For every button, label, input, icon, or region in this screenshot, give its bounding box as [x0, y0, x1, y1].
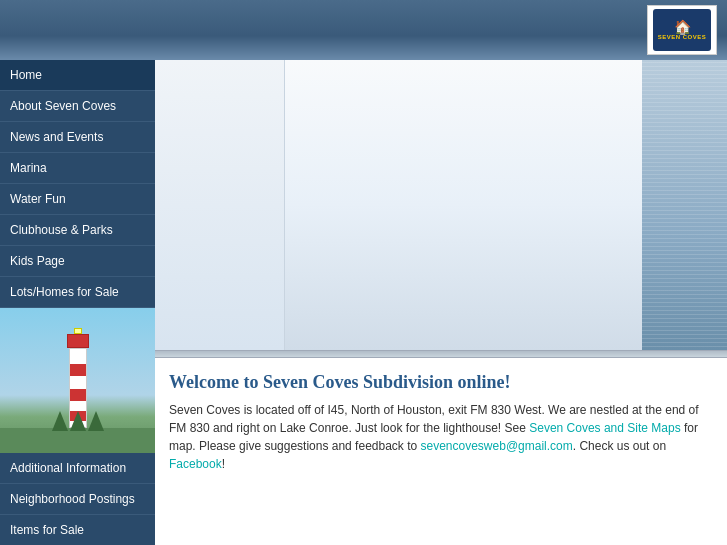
welcome-text-3: . Check us out on — [573, 439, 666, 453]
sidebar-item-lots[interactable]: Lots/Homes for Sale — [0, 277, 155, 308]
ground — [0, 428, 155, 453]
lh-band1 — [70, 364, 86, 376]
logo-box: 🏠 SEVEN COVES — [647, 5, 717, 55]
welcome-title: Welcome to Seven Coves Subdivision onlin… — [169, 372, 711, 393]
lighthouse-scene — [0, 308, 155, 453]
sidebar-bottom: Additional Information Neighborhood Post… — [0, 453, 155, 545]
welcome-text-4: ! — [222, 457, 225, 471]
lighthouse-top — [67, 334, 89, 348]
sidebar-item-neighborhood[interactable]: Neighborhood Postings — [0, 484, 155, 515]
sidebar-item-news[interactable]: News and Events — [0, 122, 155, 153]
sidebar-nav: Home About Seven Coves News and Events M… — [0, 60, 155, 308]
divider-bar — [155, 350, 727, 358]
sidebar-item-water-fun[interactable]: Water Fun — [0, 184, 155, 215]
water-texture — [642, 60, 727, 350]
sidebar-item-about[interactable]: About Seven Coves — [0, 91, 155, 122]
main-layout: Home About Seven Coves News and Events M… — [0, 60, 727, 545]
content-area: Welcome to Seven Coves Subdivision onlin… — [155, 60, 727, 545]
site-maps-link[interactable]: Seven Coves and Site Maps — [529, 421, 680, 435]
tree-3 — [88, 411, 104, 431]
logo-icon: 🏠 — [674, 20, 691, 34]
panel-center — [285, 60, 642, 350]
panel-left — [155, 60, 285, 350]
top-panels — [155, 60, 727, 350]
facebook-link[interactable]: Facebook — [169, 457, 222, 471]
welcome-section: Welcome to Seven Coves Subdivision onlin… — [155, 358, 727, 545]
panel-right — [642, 60, 727, 350]
lighthouse-image — [0, 308, 155, 453]
sidebar-item-additional[interactable]: Additional Information — [0, 453, 155, 484]
sidebar-item-clubhouse[interactable]: Clubhouse & Parks — [0, 215, 155, 246]
email-link[interactable]: sevencovesweb@gmail.com — [421, 439, 573, 453]
tree-2 — [70, 411, 86, 431]
sidebar-item-home[interactable]: Home — [0, 60, 155, 91]
lh-band2 — [70, 389, 86, 401]
welcome-body: Seven Coves is located off of I45, North… — [169, 401, 711, 473]
logo: 🏠 SEVEN COVES — [653, 9, 711, 51]
sidebar-item-kids[interactable]: Kids Page — [0, 246, 155, 277]
sidebar-item-items-for-sale[interactable]: Items for Sale — [0, 515, 155, 545]
logo-text: SEVEN COVES — [658, 34, 707, 40]
sidebar: Home About Seven Coves News and Events M… — [0, 60, 155, 545]
sidebar-item-marina[interactable]: Marina — [0, 153, 155, 184]
tree-1 — [52, 411, 68, 431]
page-header: 🏠 SEVEN COVES — [0, 0, 727, 60]
trees — [52, 411, 104, 431]
lighthouse-light — [74, 328, 82, 334]
